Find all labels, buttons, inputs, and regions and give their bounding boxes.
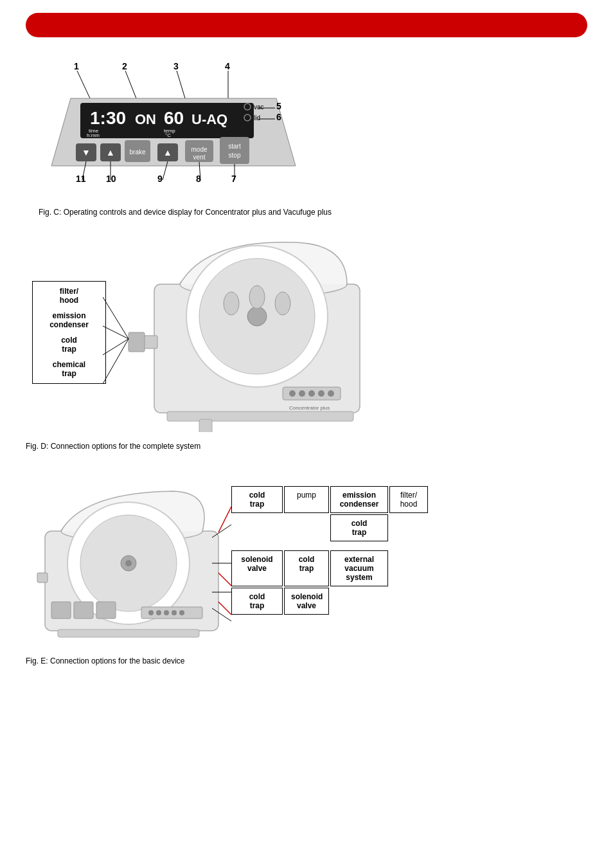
svg-text:lid: lid — [254, 114, 260, 122]
svg-text:vac: vac — [254, 104, 264, 111]
svg-rect-81 — [74, 602, 93, 619]
svg-point-77 — [164, 610, 169, 615]
page-container: 1 2 3 4 1:30 ON 60 U-AQ time — [0, 0, 613, 694]
svg-point-79 — [179, 610, 184, 615]
fig-d-caption: Fig. D: Connection options for the compl… — [26, 442, 587, 451]
svg-text:h:mm: h:mm — [87, 132, 100, 138]
svg-text:9: 9 — [157, 174, 163, 184]
svg-text:stop: stop — [229, 152, 241, 159]
section-e: coldtrap pump emissioncondenser filter/h… — [26, 467, 587, 665]
control-panel-svg: 1 2 3 4 1:30 ON 60 U-AQ time — [39, 57, 398, 204]
svg-text:Concentrator plus: Concentrator plus — [289, 405, 330, 411]
svg-text:60: 60 — [164, 108, 184, 128]
cold-trap-2: coldtrap — [330, 514, 388, 541]
centrifuge-svg-e — [26, 473, 231, 647]
section-d: filter/hood emissioncondenser coldtrap c… — [26, 233, 587, 451]
svg-rect-62 — [199, 419, 212, 432]
svg-point-76 — [156, 610, 161, 615]
cold-trap-1: coldtrap — [231, 486, 283, 513]
svg-point-56 — [308, 390, 315, 397]
emission-condenser-e: emissioncondenser — [330, 486, 388, 513]
fig-e-diagram: coldtrap pump emissioncondenser filter/h… — [26, 467, 587, 653]
svg-text:7: 7 — [231, 174, 236, 184]
svg-text:vent: vent — [193, 154, 206, 161]
svg-line-85 — [212, 525, 231, 538]
svg-line-2 — [177, 71, 185, 98]
emission-condenser-label: emissioncondenser — [39, 311, 99, 329]
centrifuge-svg-d: Concentrator plus — [103, 233, 424, 432]
red-banner — [26, 13, 587, 37]
solenoid-valve-2: solenoidvalve — [284, 588, 329, 615]
cold-trap-label-d: coldtrap — [39, 336, 99, 354]
label-3: 3 — [173, 61, 179, 71]
chemical-trap-label: chemicaltrap — [39, 360, 99, 378]
svg-text:start: start — [228, 143, 241, 150]
filter-hood-label: filter/hood — [39, 287, 99, 305]
labels-row-3: solenoidvalve coldtrap externalvacuumsys… — [231, 550, 428, 586]
svg-text:°C: °C — [165, 132, 171, 138]
filter-hood-e: filter/hood — [389, 486, 428, 513]
svg-line-66 — [103, 339, 129, 355]
svg-point-75 — [148, 610, 154, 615]
solenoid-valve-1: solenoidvalve — [231, 550, 283, 586]
svg-text:U-AQ: U-AQ — [191, 111, 227, 127]
svg-text:11: 11 — [76, 174, 86, 184]
labels-row-4: coldtrap solenoidvalve — [231, 588, 428, 615]
svg-point-55 — [299, 390, 305, 397]
spacer-1 — [231, 543, 428, 549]
external-vacuum-system: externalvacuumsystem — [330, 550, 388, 586]
svg-text:▲: ▲ — [163, 147, 172, 158]
svg-text:1:30: 1:30 — [90, 108, 126, 128]
svg-text:▼: ▼ — [82, 147, 91, 158]
svg-rect-84 — [37, 573, 48, 583]
svg-point-57 — [318, 390, 324, 397]
svg-point-52 — [275, 292, 290, 315]
cold-trap-4: coldtrap — [231, 588, 283, 615]
label-2: 2 — [122, 61, 127, 71]
svg-point-50 — [224, 292, 239, 315]
fig-c-container: 1 2 3 4 1:30 ON 60 U-AQ time — [39, 57, 587, 217]
svg-text:10: 10 — [106, 174, 116, 184]
svg-rect-32 — [220, 137, 249, 164]
svg-text:▲: ▲ — [106, 147, 115, 158]
svg-rect-83 — [58, 629, 199, 637]
svg-rect-61 — [129, 332, 145, 352]
svg-point-49 — [247, 307, 267, 326]
svg-rect-59 — [167, 411, 353, 421]
labels-grid-e: coldtrap pump emissioncondenser filter/h… — [231, 486, 428, 615]
fig-d-diagram: filter/hood emissioncondenser coldtrap c… — [26, 233, 587, 439]
svg-point-78 — [172, 610, 177, 615]
svg-point-54 — [289, 390, 296, 397]
svg-point-51 — [249, 285, 265, 309]
label-4: 4 — [225, 61, 230, 71]
svg-text:5: 5 — [276, 101, 281, 111]
pump-label: pump — [284, 486, 329, 513]
section-c: 1 2 3 4 1:30 ON 60 U-AQ time — [26, 57, 587, 217]
labels-row-1: coldtrap pump emissioncondenser filter/h… — [231, 486, 428, 513]
svg-line-67 — [103, 339, 129, 384]
svg-point-58 — [328, 390, 334, 397]
label-1: 1 — [74, 61, 79, 71]
labels-row-2: coldtrap — [231, 514, 428, 541]
svg-rect-80 — [51, 602, 71, 619]
cold-trap-3: coldtrap — [284, 550, 329, 586]
svg-text:6: 6 — [276, 112, 281, 122]
fig-c-caption: Fig. C: Operating controls and device di… — [39, 208, 332, 217]
svg-text:brake: brake — [129, 149, 145, 156]
svg-rect-82 — [96, 602, 116, 619]
svg-text:mode: mode — [191, 146, 207, 153]
svg-text:ON: ON — [135, 111, 156, 127]
svg-line-0 — [77, 71, 90, 98]
labels-box-d: filter/hood emissioncondenser coldtrap c… — [32, 281, 106, 384]
fig-e-caption: Fig. E: Connection options for the basic… — [26, 656, 587, 665]
svg-point-73 — [125, 560, 132, 566]
svg-line-1 — [125, 71, 136, 98]
